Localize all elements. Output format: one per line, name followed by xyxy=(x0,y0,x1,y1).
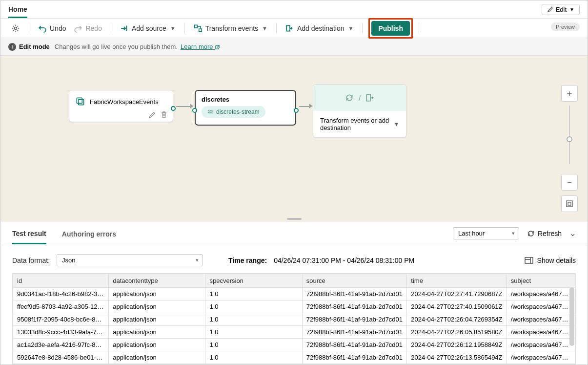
trash-icon[interactable] xyxy=(160,111,168,119)
external-link-icon xyxy=(215,44,220,50)
tab-authoring-errors[interactable]: Authoring errors xyxy=(62,223,116,243)
add-destination-label: Add destination xyxy=(297,24,345,32)
cell-sub: /workspaces/a467253e xyxy=(507,288,575,301)
divider xyxy=(111,23,111,34)
transform-label: Transform events xyxy=(205,24,258,32)
add-source-label: Add source xyxy=(132,24,166,32)
cell-dc: application/json xyxy=(109,326,205,339)
resize-grip[interactable] xyxy=(287,218,302,220)
zoom-controls: ＋ － xyxy=(561,85,578,212)
zoom-in-button[interactable]: ＋ xyxy=(561,85,578,102)
transform-button[interactable]: Transform events ▼ xyxy=(191,22,270,35)
zoom-slider-thumb[interactable] xyxy=(567,136,572,142)
th-specversion[interactable]: specversion xyxy=(205,274,302,288)
svg-point-0 xyxy=(15,27,17,29)
destination-head: / xyxy=(313,85,406,111)
info-icon: i xyxy=(8,43,16,51)
divider xyxy=(419,23,419,34)
stream-chip[interactable]: discretes-stream xyxy=(202,106,265,118)
add-destination-button[interactable]: Add destination ▼ xyxy=(283,22,356,35)
cell-sub: /workspaces/a467253e xyxy=(507,313,575,326)
learn-more-link[interactable]: Learn more xyxy=(181,43,220,50)
fit-view-button[interactable] xyxy=(561,195,578,212)
cell-sv: 1.0 xyxy=(205,351,302,364)
divider xyxy=(184,23,185,34)
transform-icon xyxy=(194,24,203,33)
cell-src: 72f988bf-86f1-41af-91ab-2d7cd01 xyxy=(302,301,407,313)
flow-canvas[interactable]: FabricWorkspaceEvents discretes discrete… xyxy=(0,56,588,222)
arrow-head-icon xyxy=(309,104,313,108)
stream-node-title: discretes xyxy=(202,96,289,103)
cell-dc: application/json xyxy=(109,301,205,313)
tab-test-result[interactable]: Test result xyxy=(12,223,46,244)
cell-src: 72f988bf-86f1-41af-91ab-2d7cd01 xyxy=(302,339,407,351)
th-subject[interactable]: subject xyxy=(507,274,575,288)
caret-down-icon: ▼ xyxy=(569,7,574,12)
add-source-button[interactable]: Add source ▼ xyxy=(117,22,179,35)
divider xyxy=(29,23,29,34)
cell-sv: 1.0 xyxy=(205,326,302,339)
data-format-select[interactable]: Json xyxy=(57,254,203,266)
stream-icon xyxy=(207,109,213,115)
cell-time: 2024-04-27T02:26:04.7269354Z xyxy=(407,313,507,326)
zoom-out-button[interactable]: － xyxy=(561,174,578,191)
svg-rect-4 xyxy=(77,98,82,103)
settings-button[interactable] xyxy=(8,22,23,35)
collapse-chevron[interactable]: ⌄ xyxy=(569,229,576,238)
results-table: id datacontenttype specversion source ti… xyxy=(13,274,575,364)
svg-rect-1 xyxy=(194,25,197,28)
publish-button[interactable]: Publish xyxy=(371,21,410,36)
cell-dc: application/json xyxy=(109,351,205,364)
cell-sv: 1.0 xyxy=(205,301,302,313)
stream-node[interactable]: discretes discretes-stream xyxy=(195,90,296,126)
undo-icon xyxy=(38,24,47,33)
stream-chip-label: discretes-stream xyxy=(216,108,260,115)
svg-rect-7 xyxy=(567,201,572,207)
th-id[interactable]: id xyxy=(13,274,109,288)
input-port[interactable] xyxy=(192,108,197,113)
destination-label: Transform events or add destination xyxy=(320,117,393,131)
refresh-button[interactable]: Refresh xyxy=(527,230,562,237)
output-port[interactable] xyxy=(294,108,299,113)
details-icon xyxy=(525,257,533,264)
chevron-down-icon[interactable]: ▼ xyxy=(394,121,399,127)
timerange-value: 04/26/24 07:31:00 PM - 04/26/24 08:31:00… xyxy=(274,257,414,264)
show-details-button[interactable]: Show details xyxy=(525,257,576,264)
results-table-wrap: id datacontenttype specversion source ti… xyxy=(12,273,576,365)
redo-button[interactable]: Redo xyxy=(71,22,104,35)
refresh-label: Refresh xyxy=(538,230,562,237)
pencil-icon[interactable] xyxy=(148,111,156,119)
output-port[interactable] xyxy=(171,106,176,111)
cell-sv: 1.0 xyxy=(205,288,302,301)
th-source[interactable]: source xyxy=(302,274,407,288)
zoom-slider-track[interactable] xyxy=(569,106,570,164)
data-format-label: Data format: xyxy=(12,257,50,264)
scrollbar-thumb[interactable] xyxy=(569,287,574,346)
connector xyxy=(176,106,191,107)
svg-rect-3 xyxy=(286,25,290,31)
th-datacontenttype[interactable]: datacontenttype xyxy=(109,274,205,288)
destination-node[interactable]: / Transform events or add destination ▼ xyxy=(313,84,406,138)
connector xyxy=(299,106,310,107)
layers-icon xyxy=(75,96,86,107)
source-node-label: FabricWorkspaceEvents xyxy=(90,98,159,106)
filter-row: Data format: Json Time range: 04/26/24 0… xyxy=(0,245,588,273)
undo-label: Undo xyxy=(50,24,66,32)
source-node[interactable]: FabricWorkspaceEvents xyxy=(69,90,173,122)
timerange-select[interactable]: Last hour xyxy=(453,227,519,239)
cell-src: 72f988bf-86f1-41af-91ab-2d7cd01 xyxy=(302,326,407,339)
undo-button[interactable]: Undo xyxy=(35,22,69,35)
th-time[interactable]: time xyxy=(407,274,507,288)
table-row[interactable]: ac1a2d3e-aefa-4216-97fc-8b43d70applicati… xyxy=(13,339,575,351)
table-row[interactable]: 13033d8c-9ccc-4d33-9afa-73f5c95applicati… xyxy=(13,326,575,339)
chevron-down-icon: ▼ xyxy=(170,25,176,31)
table-row[interactable]: 592647e8-8d28-4586-be01-46df52applicatio… xyxy=(13,351,575,364)
table-row[interactable]: 9d0341ac-f18b-4c26-b982-35a1d1fapplicati… xyxy=(13,288,575,301)
divider xyxy=(276,23,277,34)
tab-home[interactable]: Home xyxy=(8,0,27,18)
edit-dropdown-button[interactable]: Edit ▼ xyxy=(542,4,580,15)
table-row[interactable]: 9508f1f7-2095-40c8-bc6e-82bc942applicati… xyxy=(13,313,575,326)
svg-rect-9 xyxy=(525,258,533,263)
table-row[interactable]: ffecf9d5-8703-4a92-a305-12a423bapplicati… xyxy=(13,301,575,313)
divider xyxy=(362,23,363,34)
